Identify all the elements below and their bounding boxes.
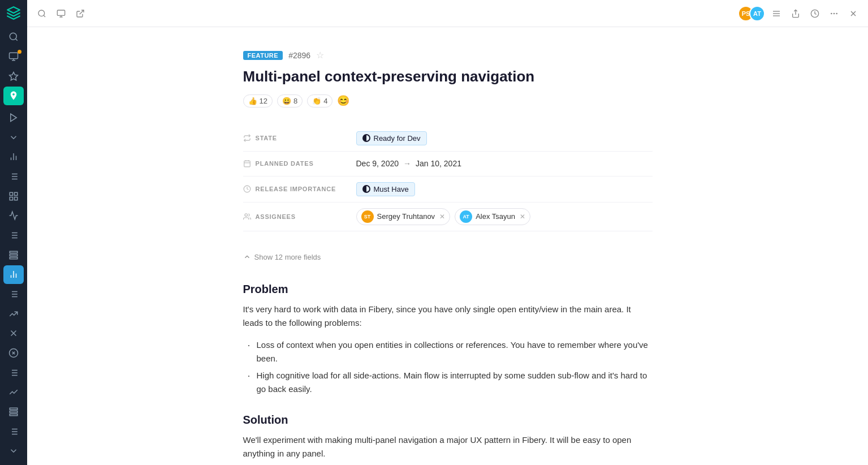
field-dates-value[interactable]: Dec 9, 2020 → Jan 10, 2021 [356, 159, 653, 168]
reaction-clap[interactable]: 👏 4 [307, 94, 332, 107]
sidebar-dots[interactable] [3, 363, 24, 382]
svg-point-61 [836, 13, 837, 14]
importance-label: Must Have [374, 185, 409, 193]
sidebar-cross-1[interactable] [3, 324, 24, 343]
sidebar-list-2[interactable] [3, 226, 24, 245]
remove-assignee-at-icon[interactable]: ✕ [520, 213, 525, 221]
reactions-bar: 👍 12 😀 8 👏 4 😊 [243, 94, 653, 107]
field-importance-value: Must Have [356, 182, 653, 196]
field-dates-row: PLANNED DATES Dec 9, 2020 → Jan 10, 2021 [243, 152, 653, 176]
sidebar-play[interactable] [3, 109, 24, 127]
solution-heading: Solution [243, 414, 653, 427]
topbar-more-icon[interactable] [826, 6, 842, 21]
sidebar-list-1[interactable] [3, 167, 24, 186]
remove-assignee-st-icon[interactable]: ✕ [439, 213, 445, 221]
sidebar-list-6[interactable] [3, 422, 24, 441]
sidebar-active-bar[interactable] [3, 265, 24, 284]
reaction-clap-emoji: 👏 [312, 97, 321, 105]
sidebar-list-4[interactable] [3, 285, 24, 304]
field-state-row: STATE Ready for Dev [243, 126, 653, 152]
svg-rect-15 [15, 197, 18, 200]
show-more-fields[interactable]: Show 12 more fields [243, 247, 653, 267]
importance-badge[interactable]: Must Have [356, 182, 415, 196]
field-assignees-value: ST Sergey Truhtanov ✕ AT Alex Tsayun ✕ [356, 208, 653, 225]
importance-half-circle-icon [362, 185, 370, 193]
sidebar-app[interactable] [3, 87, 24, 105]
topbar-history-icon[interactable] [807, 6, 823, 21]
field-dates-label: PLANNED DATES [243, 160, 356, 167]
reaction-smile-emoji: 😀 [282, 97, 291, 105]
main-content: FEATURE #2896 ☆ Multi-panel context-pres… [27, 27, 868, 465]
solution-text: We'll experiment with making multi-panel… [243, 433, 653, 460]
svg-rect-13 [10, 192, 12, 195]
topbar-menu-icon[interactable] [768, 6, 784, 21]
sidebar-collapse[interactable] [3, 128, 24, 147]
page-title: Multi-panel context-preserving navigatio… [243, 67, 653, 87]
state-badge[interactable]: Ready for Dev [356, 131, 427, 145]
assignee-name-at: Alex Tsayun [476, 212, 515, 221]
problem-bullets: Loss of context when you open entities i… [248, 337, 653, 398]
sidebar-list-5[interactable] [3, 403, 24, 421]
topbar-share-icon[interactable] [788, 6, 804, 21]
sidebar-favorites[interactable] [3, 67, 24, 85]
assignee-chip-st[interactable]: ST Sergey Truhtanov ✕ [356, 208, 451, 225]
assignee-name-st: Sergey Truhtanov [377, 212, 435, 221]
problem-heading: Problem [243, 283, 653, 296]
svg-rect-22 [10, 251, 18, 253]
topbar-close-icon[interactable] [845, 6, 861, 21]
sidebar-chart-line[interactable] [3, 304, 24, 323]
svg-rect-1 [10, 53, 18, 59]
sidebar-search[interactable] [3, 28, 24, 46]
reaction-thumbsup[interactable]: 👍 12 [243, 94, 273, 107]
svg-rect-53 [57, 10, 64, 15]
svg-point-0 [10, 33, 16, 40]
sidebar-list-3[interactable] [3, 246, 24, 264]
avatar-group: PS AT [738, 6, 765, 21]
field-importance-label: RELEASE IMPORTANCE [243, 185, 356, 193]
topbar-icon-2[interactable] [72, 6, 88, 21]
svg-marker-2 [10, 72, 18, 80]
star-icon[interactable]: ☆ [316, 50, 324, 61]
svg-rect-46 [10, 411, 18, 413]
topbar-icon-1[interactable] [53, 6, 69, 21]
date-from: Dec 9, 2020 [356, 159, 399, 168]
reaction-smile-count: 8 [293, 97, 297, 105]
sidebar-bar-chart[interactable] [3, 148, 24, 166]
svg-rect-24 [10, 257, 18, 259]
assignee-avatar-st: ST [361, 210, 374, 223]
avatar-at[interactable]: AT [749, 6, 765, 21]
date-arrow-icon: → [403, 159, 411, 168]
topbar-left [34, 6, 733, 21]
reaction-thumbsup-emoji: 👍 [248, 97, 257, 105]
add-reaction-icon[interactable]: 😊 [337, 94, 349, 107]
assignee-chip-at[interactable]: AT Alex Tsayun ✕ [455, 208, 530, 225]
sidebar-notifications[interactable] [3, 48, 24, 66]
reaction-clap-count: 4 [323, 97, 327, 105]
assignees-list: ST Sergey Truhtanov ✕ AT Alex Tsayun ✕ [356, 208, 653, 225]
topbar-right: PS AT [738, 6, 861, 21]
feature-id: #2896 [288, 51, 310, 60]
state-half-circle-icon [362, 134, 370, 142]
notification-dot [18, 50, 21, 54]
app-logo[interactable] [5, 5, 23, 21]
svg-rect-45 [10, 408, 18, 410]
field-assignees-row: ASSIGNEES ST Sergey Truhtanov ✕ AT Alex … [243, 203, 653, 231]
topbar: PS AT [27, 0, 868, 27]
svg-rect-47 [10, 414, 18, 416]
svg-point-52 [38, 10, 45, 16]
sidebar-analytics-2[interactable] [3, 206, 24, 225]
field-state-value: Ready for Dev [356, 131, 653, 145]
sidebar-grid[interactable] [3, 187, 24, 205]
assignee-avatar-at: AT [460, 210, 472, 223]
topbar-search-icon[interactable] [34, 6, 50, 21]
content-area: FEATURE #2896 ☆ Multi-panel context-pres… [216, 27, 680, 465]
svg-point-70 [244, 214, 247, 217]
sidebar-cross-2[interactable] [3, 344, 24, 363]
svg-rect-14 [15, 192, 18, 195]
sidebar-chevron-bottom[interactable] [3, 442, 24, 460]
svg-point-60 [834, 13, 834, 14]
reaction-smile[interactable]: 😀 8 [277, 94, 303, 107]
field-importance-row: RELEASE IMPORTANCE Must Have [243, 176, 653, 203]
sidebar-chart-line-2[interactable] [3, 383, 24, 402]
show-more-label: Show 12 more fields [254, 253, 321, 261]
